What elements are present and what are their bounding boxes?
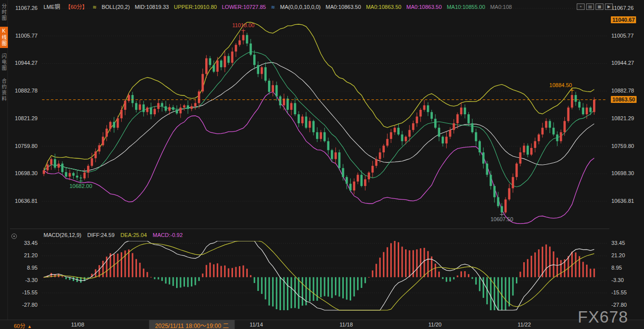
macd-legend-bar: MACD(26,12,9) DIFF:24.59 DEA:25.04 MACD:… <box>44 232 187 238</box>
price-tick-label: 11005.77 <box>8 33 40 39</box>
price-annotation: 10682.00 <box>69 183 92 189</box>
boll-mid-line <box>44 62 595 171</box>
price-tick-label: 10882.78 <box>8 88 40 94</box>
ma0-yellow-value: MA0:10863.50 <box>366 4 402 10</box>
macd-diff-value: DIFF:24.59 <box>87 232 114 238</box>
price-tick-label: 10882.78 <box>611 88 643 94</box>
price-tick-label: 10821.29 <box>611 115 643 121</box>
price-annotation: 10884.50 <box>550 82 572 88</box>
price-tick-label: 11067.26 <box>611 5 643 11</box>
trading-app-window: 分时图 K线图 闪电图 合约资料 LME铜 【60分】 ≋ BOLL(20,2)… <box>0 0 644 329</box>
grid-layout-icon[interactable]: ▤ <box>586 3 594 10</box>
price-annotation: 10607.50 <box>491 216 513 222</box>
macd-tick-label: 8.95 <box>8 265 40 271</box>
macd-tick-label: -27.80 <box>611 302 643 308</box>
ma10-line <box>44 51 595 187</box>
price-tick-label: 11005.77 <box>611 33 643 39</box>
ma-group-label: MA(0,0,0,10,0,0) <box>280 4 321 10</box>
boll-upper-line <box>44 22 595 170</box>
add-panel-icon[interactable]: + <box>577 3 585 10</box>
candles-layer <box>43 31 595 215</box>
macd-tick-label: 21.20 <box>611 252 643 258</box>
price-axis-left: 11067.2611005.7710944.2710882.7810821.29… <box>8 0 40 323</box>
symbol-name: LME铜 <box>44 4 60 10</box>
fx678-watermark: FX678 <box>578 308 628 327</box>
timeframe-selector[interactable]: 60分▲ <box>14 322 32 329</box>
split-layout-icon[interactable]: ▦ <box>596 3 603 10</box>
date-tick-label: 11/22 <box>518 322 531 328</box>
indicator-legend-bar: LME铜 【60分】 ≋ BOLL(20,2) MID:10819.33 UPP… <box>44 2 515 10</box>
boll-mid-value: MID:10819.33 <box>135 4 169 10</box>
date-tick-label: 11/18 <box>340 322 353 328</box>
boll-settings-icon[interactable]: ≋ <box>92 4 96 10</box>
price-tick-label: 10636.81 <box>611 198 643 204</box>
macd-chart[interactable] <box>42 241 607 311</box>
panel-divider <box>10 229 609 229</box>
timeframe-arrow-icon: ▲ <box>27 324 32 329</box>
macd-macd-value: MACD:-0.92 <box>153 232 183 238</box>
grid-lines <box>42 8 607 201</box>
price-tick-label: 10698.30 <box>611 170 643 176</box>
macd-tick-label: -15.55 <box>8 289 40 295</box>
macd-tick-label: 33.45 <box>611 240 643 246</box>
macd-tick-label: 33.45 <box>8 240 40 246</box>
date-tick-label: 11/20 <box>428 322 442 328</box>
macd-panel-toggle-icon[interactable] <box>11 234 17 239</box>
price-tick-label: 10821.29 <box>8 115 40 121</box>
macd-tick-label: -15.55 <box>611 289 643 295</box>
timeframe-value: 60分 <box>14 323 25 329</box>
price-tick-label: 10759.80 <box>611 143 643 149</box>
ma-settings-icon[interactable]: ≋ <box>271 4 275 10</box>
price-tick-label: 10636.81 <box>8 198 40 204</box>
crosshair-date-tooltip: 2025/11/11 18:00～19:00 二 <box>149 320 234 329</box>
price-tick-label: 10944.27 <box>8 60 40 66</box>
ma-truncated-value: MA0:108 <box>490 4 512 10</box>
date-tick-label: 11/08 <box>71 322 85 328</box>
macd-dea-value: DEA:25.04 <box>121 232 147 238</box>
candlestick-chart[interactable]: 11018.0010682.0010884.5010607.50 <box>42 4 607 228</box>
left-tab-bar: 分时图 K线图 闪电图 合约资料 <box>0 0 8 329</box>
ma0-magenta-value: MA0:10863.50 <box>407 4 442 10</box>
price-annotation: 11018.00 <box>232 22 254 28</box>
diff-line <box>44 241 595 310</box>
sidebar-item-kline-chart[interactable]: K线图 <box>0 27 8 48</box>
macd-title: MACD(26,12,9) <box>44 232 81 238</box>
sidebar-item-time-chart[interactable]: 分时图 <box>0 2 8 23</box>
time-axis-bar: 60分▲ 11/0811/1411/1811/2011/22 2025/11/1… <box>0 320 644 329</box>
timeframe-label: 【60分】 <box>65 4 88 10</box>
price-tick-label: 10944.27 <box>611 60 643 66</box>
price-tick-label: 10698.30 <box>8 170 40 176</box>
ma0-white-value: MA0:10863.50 <box>325 4 361 10</box>
macd-tick-label: -27.80 <box>8 302 40 308</box>
price-tick-label: 10759.80 <box>8 143 40 149</box>
price-axis-right: 11067.2611005.7710944.2710882.7810821.29… <box>611 0 643 323</box>
boll-lower-line <box>44 92 595 224</box>
macd-histogram <box>43 241 595 310</box>
ma10-green-value: MA10:10855.00 <box>447 4 485 10</box>
boll-lower-value: LOWER:10727.85 <box>222 4 266 10</box>
price-tick-label: 11067.26 <box>8 5 40 11</box>
sidebar-item-lightning-chart[interactable]: 闪电图 <box>0 52 8 73</box>
date-tick-label: 11/14 <box>250 322 263 328</box>
boll-label: BOLL(20,2) <box>101 4 130 10</box>
last-price-badge: 10863.50 <box>611 96 637 103</box>
window-layout-icons: + ▤ ▦ ▶ <box>577 3 613 10</box>
macd-tick-label: 8.95 <box>611 265 643 271</box>
macd-tick-label: -3.30 <box>611 277 643 283</box>
dea-line <box>44 241 595 310</box>
macd-tick-label: 21.20 <box>8 252 40 258</box>
expand-panel-icon[interactable]: ▶ <box>605 3 613 10</box>
boll-upper-value: UPPER:10910.80 <box>174 4 217 10</box>
session-high-badge: 11040.67 <box>611 16 636 23</box>
macd-tick-label: -3.30 <box>8 277 40 283</box>
sidebar-item-contract-info[interactable]: 合约资料 <box>0 77 8 103</box>
